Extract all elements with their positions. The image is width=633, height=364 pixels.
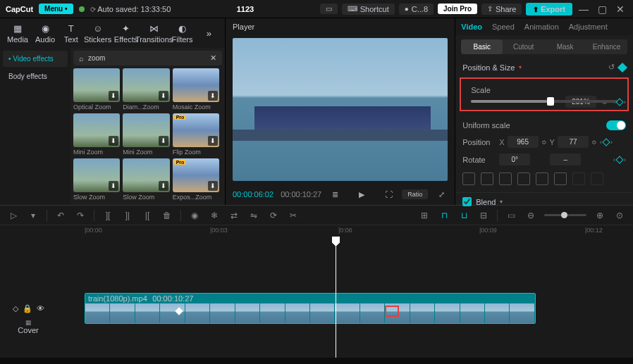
effect-thumb[interactable]: ⬇Diam...Zoom	[123, 68, 169, 111]
rtab-adjustment[interactable]: Adjustment	[569, 23, 608, 31]
position-x[interactable]: 965	[508, 136, 539, 148]
tab-text[interactable]: TText	[59, 21, 82, 45]
fullscreen-icon[interactable]: ⤢	[435, 188, 448, 201]
keyframe-icon[interactable]	[617, 62, 627, 72]
selection-tool-icon[interactable]: ▷	[7, 209, 20, 222]
download-icon[interactable]: ⬇	[109, 181, 118, 191]
link-icon[interactable]: ⊔	[457, 209, 470, 222]
minimize-button[interactable]: —	[577, 2, 591, 16]
preview-canvas[interactable]	[233, 38, 448, 181]
effect-thumb[interactable]: ⬇Mosaic Zoom	[173, 68, 219, 111]
video-clip[interactable]: train(1080p).mp4 00:00:10:27	[85, 293, 536, 324]
monitor-icon[interactable]: ▭	[505, 209, 517, 222]
export-button[interactable]: ⬆ Export	[526, 3, 572, 15]
shortcut-button[interactable]: ⌨ Shortcut	[342, 4, 395, 15]
preview-axis-icon[interactable]: ⊟	[477, 209, 490, 222]
align-center-v-icon[interactable]	[536, 172, 548, 185]
effect-thumb[interactable]: Pro⬇Expos...Zoom	[173, 158, 219, 201]
align-top-icon[interactable]	[517, 172, 530, 185]
cloud-status[interactable]: ● C...8	[399, 4, 434, 15]
effect-thumb[interactable]: ⬇Mini Zoom	[123, 113, 169, 156]
position-y[interactable]: 77	[558, 136, 589, 148]
reset-icon[interactable]: ↺	[608, 63, 615, 72]
reverse-icon[interactable]: ⇄	[228, 209, 240, 222]
rotate-icon[interactable]: ⟳	[267, 209, 280, 222]
zoom-slider[interactable]	[544, 214, 586, 216]
rtab-speed[interactable]: Speed	[492, 23, 515, 31]
list-icon[interactable]: ≣	[328, 188, 341, 201]
download-icon[interactable]: ⬇	[159, 91, 168, 101]
rotate-extra[interactable]: –	[550, 153, 581, 165]
redo-icon[interactable]: ↷	[74, 209, 87, 222]
cover-button[interactable]: ▦Cover	[18, 319, 38, 334]
effect-thumb[interactable]: ⬇Mini Zoom	[73, 113, 120, 156]
playhead[interactable]	[336, 238, 336, 358]
undo-icon[interactable]: ↶	[54, 209, 67, 222]
tab-media[interactable]: ▦Media	[4, 21, 31, 45]
scale-slider[interactable]	[471, 100, 617, 103]
trim-right-icon[interactable]: |[	[141, 209, 154, 222]
split-icon[interactable]: ][	[102, 209, 114, 222]
effect-thumb[interactable]: ⬇Slow Zoom	[123, 158, 169, 201]
download-icon[interactable]: ⬇	[208, 181, 218, 191]
join-pro-button[interactable]: Join Pro	[438, 4, 477, 14]
record-icon[interactable]: ◉	[188, 209, 201, 222]
magnet-icon[interactable]: ⊓	[438, 209, 450, 222]
delete-icon[interactable]: 🗑	[161, 209, 173, 222]
tab-filters[interactable]: ◐Filters	[169, 21, 196, 45]
tool-dropdown-icon[interactable]: ▾	[27, 209, 39, 222]
effect-thumb[interactable]: ⬇Optical Zoom	[73, 68, 120, 111]
layout-toggle[interactable]: ▭	[320, 4, 338, 14]
rtab-video[interactable]: Video	[461, 23, 482, 31]
subtab-cutout[interactable]: Cutout	[503, 39, 544, 54]
mainswitch-icon[interactable]: ⊞	[418, 209, 431, 222]
align-right-icon[interactable]	[499, 172, 512, 185]
download-icon[interactable]: ⬇	[208, 136, 218, 146]
crop-icon[interactable]: ⛶	[382, 188, 395, 201]
tab-transitions[interactable]: ⋈Transitions	[141, 21, 168, 45]
tab-stickers[interactable]: ☺Stickers	[85, 21, 111, 45]
effect-thumb[interactable]: Pro⬇Flip Zoom	[173, 113, 219, 156]
track-lock-icon[interactable]: 🔒	[23, 304, 32, 313]
align-bottom-icon[interactable]	[554, 172, 567, 185]
blend-checkbox[interactable]	[462, 197, 472, 206]
download-icon[interactable]: ⬇	[109, 136, 118, 146]
align-center-h-icon[interactable]	[481, 172, 493, 185]
freeze-icon[interactable]: ❄	[208, 209, 221, 222]
fit-icon[interactable]: ⊙	[613, 209, 626, 222]
zoom-in-icon[interactable]: ⊕	[594, 209, 606, 222]
download-icon[interactable]: ⬇	[109, 91, 118, 101]
mirror-icon[interactable]: ⇋	[247, 209, 260, 222]
timeline-ruler[interactable]: |00:00 |00:03 |0:06 |00:09 |00:12	[56, 225, 633, 238]
share-button[interactable]: ⇪ Share	[481, 4, 522, 15]
sidebar-video-effects[interactable]: • Video effects	[3, 51, 68, 67]
ratio-button[interactable]: Ratio	[402, 189, 428, 199]
rotate-kf-nav[interactable]: ‹›	[613, 156, 626, 163]
subtab-mask[interactable]: Mask	[544, 39, 586, 54]
rotate-value[interactable]: 0°	[499, 153, 530, 165]
download-icon[interactable]: ⬇	[208, 91, 218, 101]
menu-button[interactable]: Menu •	[39, 4, 73, 14]
close-button[interactable]: ✕	[613, 2, 627, 16]
track-hide-icon[interactable]: 👁	[37, 304, 44, 313]
rtab-animation[interactable]: Animation	[524, 23, 559, 31]
zoom-out-icon[interactable]: ⊖	[524, 209, 537, 222]
effect-thumb[interactable]: ⬇Slow Zoom	[73, 158, 120, 201]
subtab-enhance[interactable]: Enhance	[586, 39, 627, 54]
download-icon[interactable]: ⬇	[159, 136, 168, 146]
search-input[interactable]	[88, 54, 206, 62]
download-icon[interactable]: ⬇	[159, 181, 168, 191]
position-kf-nav[interactable]: ‹›	[600, 139, 613, 146]
search-box[interactable]: ⌕ ✕	[73, 51, 222, 65]
tab-audio[interactable]: ◉Audio	[32, 21, 58, 45]
clear-search-icon[interactable]: ✕	[210, 54, 216, 63]
align-left-icon[interactable]	[462, 172, 475, 185]
maximize-button[interactable]: ▢	[595, 2, 609, 16]
trim-left-icon[interactable]: ]|	[121, 209, 134, 222]
subtab-basic[interactable]: Basic	[461, 39, 503, 54]
sidebar-body-effects[interactable]: Body effects	[3, 68, 68, 84]
crop-tl-icon[interactable]: ✂	[287, 209, 300, 222]
tab-more[interactable]: »	[197, 26, 221, 40]
play-button[interactable]: ▶	[355, 188, 368, 201]
track-mute-icon[interactable]: ◇	[13, 304, 18, 313]
